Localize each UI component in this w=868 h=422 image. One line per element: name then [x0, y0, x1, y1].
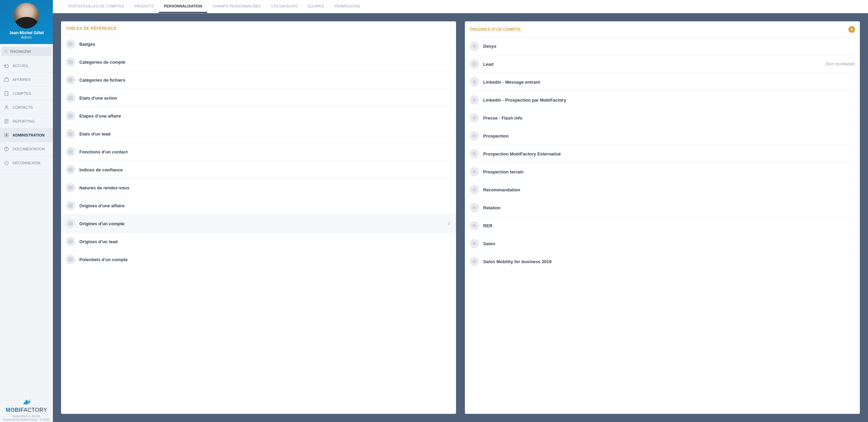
row-icon — [470, 167, 479, 176]
row-label: Indices de confiance — [79, 167, 451, 172]
table-icon — [68, 239, 73, 244]
row-icon — [66, 183, 75, 192]
tab[interactable]: UTILISATEURS — [266, 0, 302, 13]
list-item[interactable]: Prospection MobiFactory Externalisé — [465, 145, 860, 163]
tab[interactable]: PRODUITS — [129, 0, 159, 13]
row-icon — [66, 219, 75, 228]
list-item[interactable]: Denys — [465, 37, 860, 55]
nav-item-power[interactable]: DÉCONNEXION — [0, 156, 53, 170]
list-item[interactable]: Salon — [465, 234, 860, 252]
row-label: Etats d'un lead — [79, 131, 451, 136]
list-icon — [472, 133, 477, 138]
nav-item-user[interactable]: CONTACTS — [0, 101, 53, 114]
user-icon — [4, 105, 9, 110]
tab[interactable]: CHAMPS PERSONNALISÉS — [207, 0, 266, 13]
row-label: Natures de rendez-vous — [79, 185, 451, 190]
list-item[interactable]: Prospection — [465, 127, 860, 145]
nav-item-briefcase[interactable]: AFFAIRES — [0, 73, 53, 87]
table-row[interactable]: Natures de rendez-vous — [61, 178, 456, 196]
sidebar-header: Jean-Michel Gillet Admin — [0, 0, 53, 44]
nav-item-building[interactable]: COMPTES — [0, 87, 53, 101]
logo-text-bold: MOBI — [6, 407, 21, 413]
row-icon — [66, 237, 75, 246]
row-label: Relation — [483, 205, 855, 210]
list-item[interactable]: Linkedin - Message entrant — [465, 73, 860, 91]
row-label: Etats d'une action — [79, 96, 451, 101]
table-row[interactable]: Catégories de fichiers — [61, 71, 456, 89]
row-label: Origines d'un lead — [79, 239, 451, 244]
row-label: Origines d'une affaire — [79, 203, 451, 208]
search-box[interactable] — [1, 47, 52, 56]
row-label: Badges — [79, 42, 451, 47]
add-button[interactable] — [848, 26, 855, 33]
nav-item-label: DOCUMENTATION — [13, 147, 45, 151]
list-icon — [472, 44, 477, 48]
tab[interactable]: EQUIPES — [302, 0, 329, 13]
table-row[interactable]: Fonctions d'un contact — [61, 143, 456, 161]
table-row[interactable]: Potentiels d'un compte — [61, 250, 456, 268]
table-row[interactable]: Badges — [61, 35, 456, 53]
nav-item-label: DÉCONNEXION — [13, 161, 40, 165]
row-label: Salon — [483, 241, 855, 246]
list-item[interactable]: Prospection terrain — [465, 163, 860, 181]
nav-item-label: AFFAIRES — [13, 78, 31, 82]
list-item[interactable]: Presse - Flash info — [465, 109, 860, 127]
table-row[interactable]: Etats d'un lead — [61, 125, 456, 143]
svg-rect-2 — [5, 65, 8, 67]
table-row[interactable]: Etats d'une action — [61, 89, 456, 107]
table-row[interactable]: Indices de confiance — [61, 161, 456, 178]
list-icon — [472, 223, 477, 228]
list-item[interactable]: Linkedin - Prospection par MobiFactory — [465, 91, 860, 109]
content: TABLES DE RÉFÉRENCE BadgesCatégories de … — [53, 13, 868, 422]
table-icon — [68, 203, 73, 208]
left-panel: TABLES DE RÉFÉRENCE BadgesCatégories de … — [61, 21, 456, 414]
nav-item-help[interactable]: DOCUMENTATION — [0, 142, 53, 156]
nav-item-label: ADMINISTRATION — [13, 133, 45, 137]
tab[interactable]: PORTEFEUILLES DE COMPTES — [63, 0, 129, 13]
nav-item-document[interactable]: REPORTING — [0, 114, 53, 128]
nav-item-label: CONTACTS — [13, 105, 33, 109]
left-panel-title: TABLES DE RÉFÉRENCE — [66, 26, 117, 31]
table-row[interactable]: Origines d'un compte — [61, 214, 456, 232]
list-icon — [472, 241, 477, 246]
svg-point-12 — [5, 106, 7, 107]
tab[interactable]: PERMISSIONS — [329, 0, 365, 13]
home-icon — [4, 63, 9, 68]
table-icon — [68, 167, 73, 172]
row-label: Prospection MobiFactory Externalisé — [483, 151, 855, 156]
row-icon — [470, 203, 479, 212]
svg-line-1 — [7, 52, 8, 53]
row-icon — [66, 165, 75, 174]
row-icon — [66, 93, 75, 103]
list-icon — [472, 80, 477, 84]
list-item[interactable]: Recommandation — [465, 181, 860, 198]
table-row[interactable]: Catégories de compte — [61, 53, 456, 71]
list-icon — [472, 259, 477, 264]
table-row[interactable]: Etapes d'une affaire — [61, 107, 456, 125]
table-icon — [68, 96, 73, 100]
list-item[interactable]: Salon Mobility for business 2019 — [465, 252, 860, 270]
chevron-right-icon — [447, 221, 451, 226]
nav-item-home[interactable]: ACCUEIL — [0, 59, 53, 73]
left-panel-header: TABLES DE RÉFÉRENCE — [61, 21, 456, 35]
list-icon — [472, 151, 477, 156]
row-label: Denys — [483, 44, 855, 49]
table-row[interactable]: Origines d'une affaire — [61, 196, 456, 214]
avatar[interactable] — [14, 3, 39, 28]
nav: ACCUEILAFFAIRESCOMPTESCONTACTSREPORTINGA… — [0, 59, 53, 396]
search-input[interactable] — [10, 49, 49, 54]
row-icon — [470, 59, 479, 69]
row-label: Lead — [483, 62, 821, 67]
table-row[interactable]: Origines d'un lead — [61, 232, 456, 250]
row-icon — [66, 129, 75, 139]
row-label: Origines d'un compte — [79, 221, 442, 226]
tab[interactable]: PERSONNALISATION — [159, 0, 207, 13]
list-item[interactable]: RER — [465, 216, 860, 234]
help-icon — [4, 146, 9, 152]
row-icon — [66, 57, 75, 67]
nav-item-gear[interactable]: ADMINISTRATION — [0, 128, 53, 142]
list-item[interactable]: Relation — [465, 198, 860, 216]
main: PORTEFEUILLES DE COMPTESPRODUITSPERSONNA… — [53, 0, 868, 422]
list-item[interactable]: Lead(Non modifiable) — [465, 55, 860, 73]
tabs: PORTEFEUILLES DE COMPTESPRODUITSPERSONNA… — [53, 0, 868, 13]
